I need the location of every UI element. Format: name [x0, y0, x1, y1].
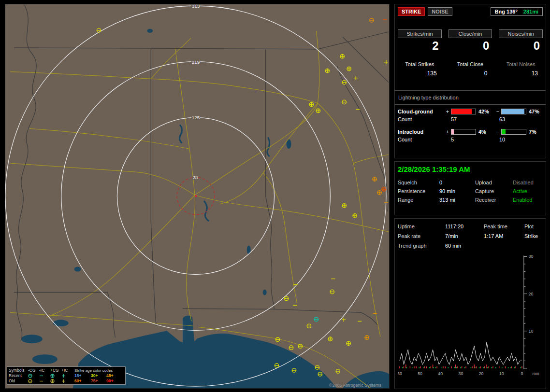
uptime-value: 1117:20 [445, 224, 484, 229]
datetime-display: 2/28/2026 1:35:19 AM [398, 165, 543, 174]
plus-sign: + [444, 109, 451, 114]
legend-col-pos-ic: +IC [61, 368, 74, 373]
settings-row: Range 313 mi Receiver Enabled [398, 196, 543, 204]
ic-positive-pct: 4% [476, 129, 494, 135]
svg-text:min: min [532, 371, 539, 376]
neg-ic-old-icon [39, 378, 50, 383]
strikes-per-min-label: Strikes/min [398, 29, 442, 38]
bearing-distance: 281mi [523, 9, 538, 14]
receiver-status: Enabled [513, 197, 543, 203]
settings-row: Squelch 0 Upload Disabled [398, 178, 543, 187]
noise-mode-button[interactable]: NOISE [428, 7, 452, 16]
peak-rate-value: 7/min [445, 233, 484, 239]
svg-text:313: 313 [192, 4, 200, 9]
plus-sign: + [444, 129, 451, 135]
age-60: 60+ [74, 378, 91, 383]
ic-positive-count: 5 [451, 137, 499, 142]
svg-text:0: 0 [521, 371, 523, 376]
legend-col-neg-cg: -CG [28, 368, 39, 373]
distribution-title: Lightning type distribution [398, 95, 543, 100]
ic-positive-bar [451, 129, 476, 135]
plot-value: Strike [524, 233, 543, 239]
cg-negative-bar [501, 109, 526, 114]
svg-text:60: 60 [398, 371, 402, 376]
legend-symbols-header: Symbols [9, 368, 28, 373]
pos-cg-old-icon [50, 378, 61, 383]
age-75: 75+ [91, 378, 106, 383]
legend-row-old-label: Old [9, 378, 28, 383]
plot-header: Plot [524, 224, 543, 229]
capture-status: Active [513, 188, 543, 194]
peak-time-header: Peak time [484, 224, 524, 229]
status-section: 2/28/2026 1:35:19 AM Squelch 0 Upload Di… [394, 161, 546, 215]
svg-text:20: 20 [479, 371, 484, 376]
lightning-map[interactable]: 31321912531 Symbols -CG -IC +CG +IC Stri… [5, 4, 390, 389]
total-noises-label: Total Noises [499, 61, 543, 67]
svg-text:219: 219 [192, 59, 200, 65]
legend-age-title: Strike age color codes [74, 368, 121, 373]
range-ring-labels: 31321912531 [192, 4, 200, 180]
strikes-per-min-value: 2 [398, 39, 442, 53]
persistence-value: 90 min [439, 188, 475, 194]
pos-cg-recent-icon [50, 373, 61, 378]
trend-graph-row: Trend graph 60 min [398, 241, 543, 251]
legend-row-recent-label: Recent [9, 373, 28, 378]
close-per-min-value: 0 [449, 39, 492, 53]
peak-time-value: 1:17 AM [484, 233, 524, 239]
trend-window-value: 60 min [445, 243, 484, 249]
map-canvas: 31321912531 [5, 4, 389, 388]
roads [10, 31, 389, 388]
cloud-ground-row: Cloud-ground + 42% − 47% [398, 109, 543, 114]
peak-rate-row: Peak rate 7/min 1:17 AM Strike [398, 231, 543, 241]
state-borders [14, 5, 389, 341]
ic-negative-count: 10 [499, 137, 543, 142]
svg-text:50: 50 [418, 371, 422, 376]
svg-text:125: 125 [192, 115, 200, 120]
neg-cg-recent-icon [28, 373, 39, 378]
map-legend: Symbols -CG -IC +CG +IC Strike age color… [7, 366, 126, 385]
age-15: 15+ [74, 373, 91, 378]
trend-section: Uptime 1117:20 Peak time Plot Peak rate … [394, 218, 546, 389]
sensor-location-marker [195, 195, 197, 197]
cg-positive-pct: 42% [476, 109, 494, 114]
minus-sign: − [494, 109, 501, 114]
trend-graph: 3020106050403020100min [398, 252, 544, 382]
age-90: 90+ [106, 378, 121, 383]
legend-col-neg-ic: -IC [39, 368, 50, 373]
cg-negative-pct: 47% [526, 109, 543, 114]
range-value: 313 mi [439, 197, 475, 203]
settings-row: Persistence 90 min Capture Active [398, 187, 543, 196]
svg-text:20: 20 [529, 292, 534, 296]
cg-count-row: Count 57 63 [398, 116, 543, 122]
upload-status: Disabled [513, 180, 543, 185]
copyright-text: ©2005 Astrogenic Systems [329, 383, 381, 388]
total-close-label: Total Close [449, 61, 492, 67]
svg-text:10: 10 [499, 371, 504, 376]
rate-counters: Strikes/min 2 Close/min 0 Noises/min 0 [398, 29, 543, 53]
svg-text:30: 30 [459, 371, 463, 376]
total-noises-value: 13 [499, 70, 543, 77]
legend-col-pos-cg: +CG [50, 368, 61, 373]
close-per-min-label: Close/min [449, 29, 492, 38]
ic-negative-bar [501, 129, 526, 135]
pos-ic-old-icon [61, 378, 74, 383]
side-panel: STRIKE NOISE Bng 136° 281mi Strikes/min … [394, 4, 546, 389]
svg-text:10: 10 [529, 329, 534, 334]
total-strikes-label: Total Strikes [398, 61, 442, 67]
bearing-display: Bng 136° 281mi [491, 7, 543, 16]
cg-negative-count: 63 [499, 116, 543, 122]
total-counters: Total Strikes 135 Total Close 0 Total No… [398, 61, 543, 77]
bearing-label: Bng 136° [495, 9, 518, 14]
age-30: 30+ [91, 373, 106, 378]
cg-positive-count: 57 [451, 116, 499, 122]
total-close-value: 0 [449, 70, 492, 77]
neg-ic-recent-icon [39, 373, 50, 378]
svg-text:31: 31 [193, 175, 199, 180]
total-strikes-value: 135 [398, 70, 442, 77]
ic-negative-pct: 7% [526, 129, 543, 135]
noises-per-min-value: 0 [499, 39, 543, 53]
svg-text:40: 40 [438, 371, 443, 376]
minus-sign: − [494, 129, 501, 135]
strike-mode-button[interactable]: STRIKE [398, 7, 425, 16]
intracloud-row: Intracloud + 4% − 7% [398, 129, 543, 135]
